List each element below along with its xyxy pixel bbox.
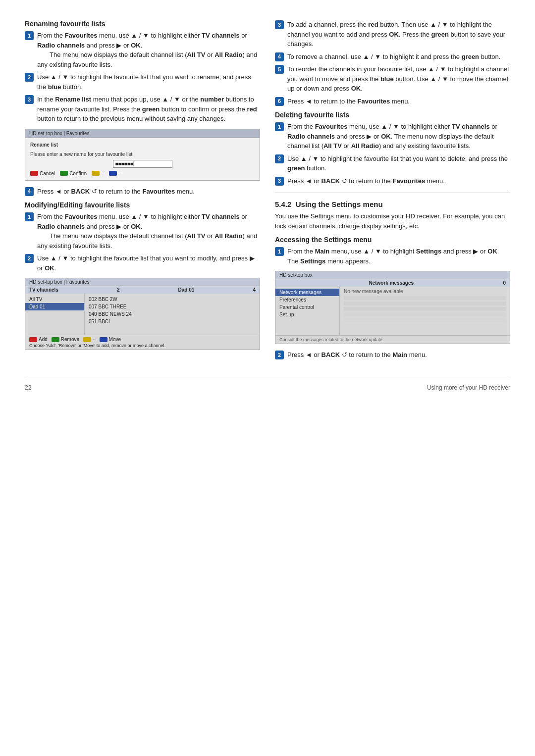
tv-header-col3: Dad 01 [178,287,195,293]
tv-body: All TV Dad 01 002 BBC 2W 007 BBC THREE 0… [25,294,260,335]
tv-row-dad01: Dad 01 [25,303,84,310]
section-divider [275,193,510,193]
screen-input-text: ■■■■■■| [115,161,135,166]
settings-intro: You use the Settings menu to customise y… [275,211,510,231]
settings-header-network: Network messages [369,280,414,286]
settings-menu-col: Network messages Preferences Parental co… [275,287,340,335]
rc-step-5-text: To reorder the channels in your favourit… [287,64,510,94]
settings-step2-list: 2 Press ◄ or BACK ↺ to return to the Mai… [275,350,510,360]
list-item: 3 In the Rename list menu that pops up, … [25,95,260,124]
rename-screen-mockup: HD set-top box | Favourites Rename list … [25,129,260,181]
modifying-cont-list: 3 To add a channel, press the red button… [275,20,510,106]
tv-yellow-label: – [93,337,96,342]
mod-step-1-text: From the Favourites menu, use ▲ / ▼ to h… [37,212,260,251]
settings-title-bar: HD set-top box [275,271,510,279]
btn-cancel-label: Cancel [40,171,55,176]
del-step-3-text: Press ◄ or BACK ↺ to return to the Favou… [287,176,510,186]
tv-col-channels: 002 BBC 2W 007 BBC THREE 040 BBC NEWS 24… [85,294,260,335]
section-settings: 5.4.2 Using the Settings menu You use th… [275,200,510,360]
rc-step-badge-5: 5 [275,65,284,74]
tv-header-col1: TV channels [29,287,58,293]
settings-body: Network messages Preferences Parental co… [275,287,510,335]
acc-step-1-text: From the Main menu, use ▲ / ▼ to highlig… [287,247,510,266]
del-step-badge-2: 2 [275,154,284,163]
settings-header-count: 0 [503,280,506,286]
settings-title-text: HD set-top box [279,272,313,278]
list-item: 1 From the Favourites menu, use ▲ / ▼ to… [275,122,510,151]
tv-footer: Add Remove – [25,335,260,350]
screen-title-bar: HD set-top box | Favourites [25,129,260,138]
settings-row-parental: Parental control [275,303,339,311]
screen-btn-cancel: Cancel [30,171,55,176]
right-column: 3 To add a channel, press the red button… [275,20,510,365]
rc-step-badge-4: 4 [275,52,284,61]
screen-btn-yellow: – [92,171,104,176]
screen-input-row: ■■■■■■| [30,160,255,168]
yellow-btn-icon [92,171,100,176]
tv-footer-note: Choose 'Add', 'Remove' or 'Move' to add,… [29,343,256,348]
screen-body: Rename list Please enter a new name for … [25,138,260,180]
list-item: 1 From the Favourites menu, use ▲ / ▼ to… [25,31,260,69]
mod-step-badge-2: 2 [25,254,34,263]
screen-prompt: Please enter a new name for your favouri… [30,151,255,157]
settings-top-header: Network messages 0 [275,279,510,287]
acc-step-badge-1: 1 [275,247,284,256]
rc-step-4-text: To remove a channel, use ▲ / ▼ to highli… [287,52,510,62]
tv-header-col2: 2 [117,287,120,293]
screen-btn-confirm: Confirm [60,171,87,176]
screen-btn-blue: – [109,171,121,176]
tv-green-icon [52,337,59,342]
tv-remove-label: Remove [61,337,79,342]
tv-add-label: Add [39,337,48,342]
step-2-text: Use ▲ / ▼ to highlight the favourite lis… [37,72,260,92]
screen-title-text: HD set-top box | Favourites [29,131,90,136]
section-renaming-title: Renaming favourite lists [25,20,260,28]
tv-title-bar: HD set-top box | Favourites [25,278,260,286]
tv-ch-row-1: 002 BBC 2W [85,296,260,303]
subsection-number: 5.4.2 [275,200,291,208]
subsection-title: 5.4.2 Using the Settings menu [275,200,510,208]
btn-confirm-label: Confirm [69,171,87,176]
tv-ch-row-3: 040 BBC NEWS 24 [85,310,260,318]
settings-row-prefs: Preferences [275,296,339,303]
tv-header-col4: 4 [253,287,256,293]
list-item: 1 From the Favourites menu, use ▲ / ▼ to… [25,212,260,251]
tv-ch-row-4: 051 BBCI [85,318,260,325]
mod-step-badge-1: 1 [25,212,34,221]
list-item: 4 To remove a channel, use ▲ / ▼ to high… [275,52,510,62]
left-column: Renaming favourite lists 1 From the Favo… [25,20,260,365]
acc-step-2-text: Press ◄ or BACK ↺ to return to the Main … [287,350,510,360]
page-content: Renaming favourite lists 1 From the Favo… [25,20,510,391]
list-item: 2 Press ◄ or BACK ↺ to return to the Mai… [275,350,510,360]
tv-red-icon [29,337,37,342]
del-step-badge-3: 3 [275,177,284,186]
tv-ch-row-2: 007 BBC THREE [85,303,260,310]
settings-row-e1 [275,318,339,326]
tv-move-label: Move [109,337,121,342]
tv-yellow-icon [83,337,91,342]
list-item: 2 Use ▲ / ▼ to highlight the favourite l… [275,154,510,173]
rc-step-3-text: To add a channel, press the red button. … [287,20,510,49]
settings-footer-text: Consult the messages related to the netw… [279,337,384,342]
subsection-heading: Using the Settings menu [296,200,383,208]
tv-blue-icon [100,337,107,342]
section-deleting: Deleting favourite lists 1 From the Favo… [275,111,510,186]
tv-channels-mockup: HD set-top box | Favourites TV channels … [25,278,260,350]
settings-row-network: Network messages [275,289,339,296]
section-modifying-title: Modifying/Editing favourite lists [25,201,260,209]
del-step-1-text: From the Favourites menu, use ▲ / ▼ to h… [287,122,510,151]
list-item: 6 Press ◄ to return to the Favourites me… [275,97,510,106]
tv-row-empty1 [25,310,84,318]
modifying-list: 1 From the Favourites menu, use ▲ / ▼ to… [25,212,260,273]
tv-btn-add: Add [29,337,48,342]
list-item: 5 To reorder the channels in your favour… [275,64,510,94]
btn-yellow-label: – [101,171,104,176]
step-badge-1: 1 [25,31,34,40]
settings-row-setup: Set-up [275,311,339,318]
green-btn-icon [60,171,68,176]
list-item: 2 Use ▲ / ▼ to highlight the favourite l… [25,253,260,273]
settings-row-e2 [275,326,339,333]
step-badge-2: 2 [25,73,34,82]
accessing-title: Accessing the Settings menu [275,236,510,244]
del-step-badge-1: 1 [275,122,284,131]
